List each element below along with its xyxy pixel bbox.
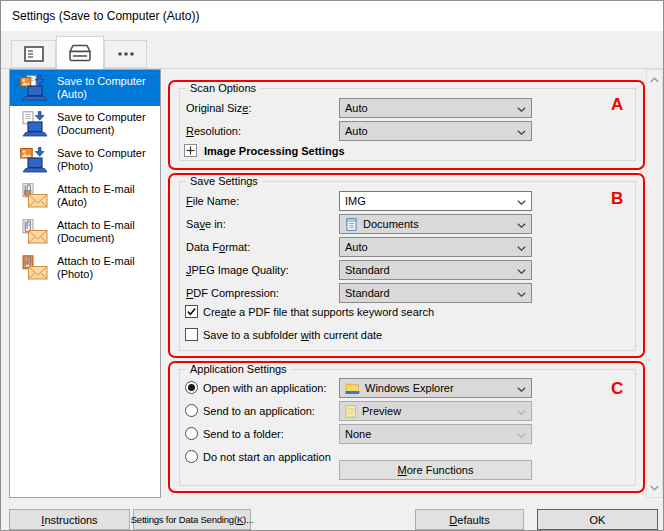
data-format-select[interactable]: Auto xyxy=(339,237,532,257)
file-name-label: File Name: xyxy=(186,195,239,207)
chevron-down-icon xyxy=(650,485,659,491)
jpeg-image-quality-label: JPEG Image Quality: xyxy=(186,264,289,276)
radio-selected-icon xyxy=(185,381,198,394)
attach-to-email-document-icon xyxy=(20,219,48,245)
settings-for-data-sending-button[interactable]: Settings for Data Sending(K)... xyxy=(133,509,251,530)
chevron-down-icon xyxy=(517,223,526,228)
chevron-down-icon xyxy=(517,269,526,274)
resolution-value: Auto xyxy=(345,125,368,137)
scrollbar-down-button[interactable] xyxy=(648,480,661,495)
chevron-down-icon xyxy=(517,433,526,438)
sidebar-item-attach-to-email-document[interactable]: Attach to E-mail (Document) xyxy=(10,214,160,250)
original-size-label: Original Size: xyxy=(186,102,251,114)
file-name-input[interactable] xyxy=(345,195,513,207)
radio-unselected-icon xyxy=(185,450,198,463)
tab-more[interactable] xyxy=(104,40,147,68)
sidebar-item-save-to-computer-document[interactable]: Save to Computer (Document) xyxy=(10,106,160,142)
original-size-select[interactable]: Auto xyxy=(339,98,532,118)
annotation-label-c: C xyxy=(611,379,623,399)
image-processing-settings-label: Image Processing Settings xyxy=(204,145,345,157)
save-to-subfolder-checkbox[interactable]: Save to a subfolder with current date xyxy=(185,328,382,341)
save-settings-title: Save Settings xyxy=(186,175,262,187)
sidebar-item-attach-to-email-photo[interactable]: Attach to E-mail (Photo) xyxy=(10,250,160,286)
chevron-down-icon xyxy=(517,246,526,251)
scanner-icon xyxy=(68,44,92,62)
do-not-start-application-radio[interactable]: Do not start an application xyxy=(185,450,331,463)
sidebar-item-save-to-computer-auto[interactable]: Save to Computer (Auto) xyxy=(10,70,160,106)
checkbox-unchecked-icon xyxy=(185,328,198,341)
save-in-value: Documents xyxy=(363,218,419,230)
save-to-computer-auto-icon xyxy=(20,75,48,101)
send-to-folder-select: None xyxy=(339,424,532,444)
ellipsis-icon xyxy=(117,51,135,57)
sidebar-item-label: Attach to E-mail (Photo) xyxy=(57,255,135,281)
create-pdf-keyword-search-checkbox[interactable]: Create a PDF file that supports keyword … xyxy=(185,305,434,318)
save-in-select[interactable]: Documents xyxy=(339,214,532,234)
scrollbar-up-button[interactable] xyxy=(648,72,661,87)
resolution-select[interactable]: Auto xyxy=(339,121,532,141)
chevron-up-icon xyxy=(650,77,659,83)
tab-scan-settings[interactable] xyxy=(56,36,104,69)
instructions-button[interactable]: Instructions xyxy=(9,509,130,530)
send-to-folder-value: None xyxy=(345,428,371,440)
open-with-application-value: Windows Explorer xyxy=(365,382,454,394)
send-to-application-label: Send to an application: xyxy=(203,405,315,417)
pdf-compression-value: Standard xyxy=(345,287,390,299)
chevron-down-icon xyxy=(517,387,526,392)
content-scrollbar[interactable] xyxy=(646,69,663,498)
window-title: Settings (Save to Computer (Auto)) xyxy=(12,9,199,23)
settings-dialog: Settings (Save to Computer (Auto)) xyxy=(0,0,664,531)
jpeg-image-quality-select[interactable]: Standard xyxy=(339,260,532,280)
data-format-label: Data Format: xyxy=(186,241,250,253)
chevron-down-icon xyxy=(517,410,526,415)
save-to-computer-photo-icon xyxy=(20,147,48,173)
chevron-down-icon xyxy=(517,292,526,297)
windows-explorer-icon xyxy=(345,382,360,395)
do-not-start-application-label: Do not start an application xyxy=(203,451,331,463)
profile-list: Save to Computer (Auto) Save to Computer… xyxy=(9,69,161,498)
sidebar-item-save-to-computer-photo[interactable]: Save to Computer (Photo) xyxy=(10,142,160,178)
open-with-application-label: Open with an application: xyxy=(203,382,327,394)
open-with-application-radio[interactable]: Open with an application: xyxy=(185,381,327,394)
send-to-folder-radio[interactable]: Send to a folder: xyxy=(185,427,284,440)
file-name-combobox[interactable] xyxy=(339,191,532,211)
attach-to-email-photo-icon xyxy=(20,255,48,281)
checkbox-checked-icon xyxy=(185,305,198,318)
sidebar-item-label: Save to Computer (Document) xyxy=(57,111,146,137)
attach-to-email-auto-icon xyxy=(20,183,48,209)
pdf-compression-select[interactable]: Standard xyxy=(339,283,532,303)
send-to-folder-label: Send to a folder: xyxy=(203,428,284,440)
chevron-down-icon xyxy=(517,107,526,112)
sidebar-item-attach-to-email-auto[interactable]: Attach to E-mail (Auto) xyxy=(10,178,160,214)
application-settings-title: Application Settings xyxy=(186,363,291,375)
preview-app-icon xyxy=(345,405,357,418)
defaults-button[interactable]: Defaults xyxy=(415,509,524,530)
image-processing-expander-button[interactable] xyxy=(184,144,197,157)
ok-button[interactable]: OK xyxy=(537,509,658,530)
send-to-application-value: Preview xyxy=(362,405,401,417)
scan-options-title: Scan Options xyxy=(186,82,260,94)
jpeg-image-quality-value: Standard xyxy=(345,264,390,276)
create-pdf-keyword-search-label: Create a PDF file that supports keyword … xyxy=(203,306,434,318)
original-size-value: Auto xyxy=(345,102,368,114)
radio-unselected-icon xyxy=(185,427,198,440)
resolution-label: Resolution: xyxy=(186,125,241,137)
more-functions-button[interactable]: More Functions xyxy=(339,460,532,480)
title-bar: Settings (Save to Computer (Auto)) xyxy=(1,1,663,31)
tab-general[interactable] xyxy=(11,40,56,68)
pdf-compression-label: PDF Compression: xyxy=(186,287,279,299)
window-icon xyxy=(24,46,44,62)
open-with-application-select[interactable]: Windows Explorer xyxy=(339,378,532,398)
plus-icon xyxy=(186,146,195,155)
send-to-application-radio[interactable]: Send to an application: xyxy=(185,404,315,417)
save-to-computer-document-icon xyxy=(20,111,48,137)
save-in-label: Save in: xyxy=(186,218,226,230)
chevron-down-icon xyxy=(517,130,526,135)
documents-folder-icon xyxy=(345,218,358,231)
annotation-label-a: A xyxy=(611,95,623,115)
sidebar-item-label: Save to Computer (Auto) xyxy=(57,75,146,101)
annotation-label-b: B xyxy=(611,189,623,209)
sidebar-item-label: Save to Computer (Photo) xyxy=(57,147,146,173)
chevron-down-icon xyxy=(517,200,526,205)
data-format-value: Auto xyxy=(345,241,368,253)
